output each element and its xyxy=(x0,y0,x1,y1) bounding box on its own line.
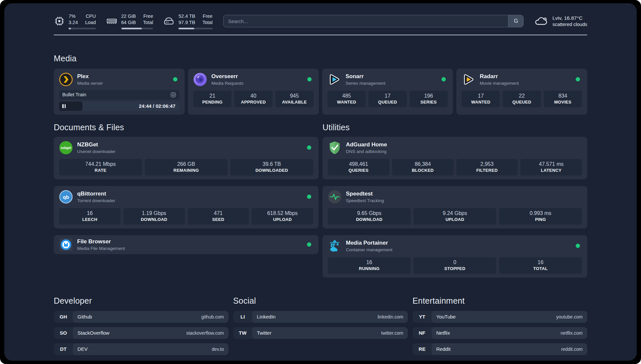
section-title-utilities: Utilities xyxy=(322,123,587,132)
stat-box: 945 AVAILABLE xyxy=(275,91,314,107)
app-name: Sonarr xyxy=(346,73,437,80)
bookmark-reddit[interactable]: RE Reddit reddit.com xyxy=(412,343,587,355)
weather-location: Lviv, 16.87°C xyxy=(552,15,587,21)
status-dot xyxy=(307,77,312,81)
bookmark-name: Netflix xyxy=(436,330,450,336)
app-name: File Browser xyxy=(77,238,303,245)
app-card-filebrowser[interactable]: File Browser Media File Management xyxy=(54,235,319,254)
app-card-plex[interactable]: Plex Media server Bullet Train 24:44 / 0… xyxy=(54,69,185,115)
bookmark-github[interactable]: GH Github github.com xyxy=(54,311,229,323)
app-subtitle: Torrent downloader xyxy=(77,198,303,203)
bookmark-netflix[interactable]: NF Netflix netflix.com xyxy=(412,327,587,339)
stat-box: 266 GB REMAINING xyxy=(145,159,228,175)
ram-icon xyxy=(106,15,118,27)
stat-box: 86,384 BLOCKED xyxy=(392,159,454,175)
stat-box: 40 APPROVED xyxy=(234,91,272,107)
status-dot xyxy=(307,195,311,199)
app-subtitle: Media File Management xyxy=(77,246,303,251)
now-playing-title: Bullet Train xyxy=(62,92,86,97)
stat-box: 1.19 Gbps DOWNLOAD xyxy=(123,208,185,225)
status-dot xyxy=(307,145,311,150)
app-subtitle: Container management xyxy=(346,247,571,252)
storage-free-label: Free xyxy=(202,13,213,19)
app-card-radarr[interactable]: Radarr Movie management 17 WANTED 22 QUE… xyxy=(456,69,587,115)
status-dot xyxy=(576,244,580,248)
disc-icon xyxy=(170,92,176,98)
bookmark-stackoverflow[interactable]: SO StackOverflow stackoverflow.com xyxy=(54,327,229,339)
stat-box: 16 RUNNING xyxy=(328,257,411,274)
bookmark-url: twitter.com xyxy=(381,330,403,336)
sonarr-icon xyxy=(327,73,341,86)
dashboard-panel: 7% 3.24 CPU Load xyxy=(4,3,637,361)
now-playing: Bullet Train xyxy=(59,90,179,100)
app-name: qBittorrent xyxy=(77,191,303,197)
cpu-icon xyxy=(54,15,65,27)
cpu-usage-value: 7% xyxy=(69,13,78,19)
bookmark-dev[interactable]: DT DEV dev.to xyxy=(54,343,229,355)
bookmark-name: LinkedIn xyxy=(257,314,276,319)
stat-box: 9.24 Gbps UPLOAD xyxy=(413,208,497,225)
speedtest-icon xyxy=(328,190,342,204)
header-divider xyxy=(54,35,587,35)
memory-free-label: Free xyxy=(143,13,153,19)
bookmark-abbr: NF xyxy=(412,327,432,339)
player-progress[interactable]: 24:44 / 02:06:47 xyxy=(59,102,179,111)
storage-total-value: 97.9 TB xyxy=(178,19,195,26)
app-card-speedtest[interactable]: Speedtest Speedtest Tracking 9.65 Gbps D… xyxy=(322,186,587,228)
cloud-icon xyxy=(534,15,548,27)
bookmark-linkedin[interactable]: LI LinkedIn linkedin.com xyxy=(233,311,408,323)
cpu-label: CPU xyxy=(85,13,96,19)
cpu-metric: 7% 3.24 CPU Load xyxy=(54,13,96,29)
bookmark-abbr: YT xyxy=(412,311,432,323)
bookmark-name: DEV xyxy=(77,346,88,352)
stat-box: 2,953 FILTERED xyxy=(456,159,518,175)
status-dot xyxy=(442,77,446,81)
memory-total-label: Total xyxy=(143,19,153,26)
stat-box: 196 SERIES xyxy=(410,91,448,107)
bookmark-url: linkedin.com xyxy=(378,314,403,319)
bookmark-twitter[interactable]: TW Twitter twitter.com xyxy=(233,327,408,339)
app-name: Overseerr xyxy=(211,73,303,80)
bookmark-name: Reddit xyxy=(436,346,450,352)
storage-total-label: Total xyxy=(202,19,213,26)
stat-box: 17 WANTED xyxy=(462,91,500,107)
status-dot xyxy=(307,242,311,247)
pause-icon[interactable] xyxy=(62,104,66,108)
stat-box: 16 LEECH xyxy=(59,208,121,225)
bookmark-url: netflix.com xyxy=(561,330,583,336)
load-label: Load xyxy=(85,19,96,26)
app-card-adguard[interactable]: AdGuard Home DNS and adblocking 498,461 … xyxy=(322,137,587,179)
disk-icon xyxy=(163,15,175,27)
overseerr-icon xyxy=(193,73,207,86)
section-title-social: Social xyxy=(233,296,408,306)
adguard-icon xyxy=(328,141,342,155)
app-card-nzbget[interactable]: nzbget NZBGet Usenet downloader 744.21 M… xyxy=(54,137,319,179)
section-title-documents: Documents & Files xyxy=(54,123,319,132)
stat-box: 0 STOPPED xyxy=(413,257,497,274)
app-card-overseerr[interactable]: Overseerr Media Requests 21 PENDING 40 A… xyxy=(188,69,319,115)
app-card-sonarr[interactable]: Sonarr Series management 485 WANTED 17 Q… xyxy=(322,69,453,115)
app-subtitle: Series management xyxy=(346,81,437,86)
bookmark-youtube[interactable]: YT YouTube youtube.com xyxy=(412,311,587,323)
app-card-qbittorrent[interactable]: qb qBittorrent Torrent downloader 16 LEE… xyxy=(54,186,319,228)
bookmark-name: Github xyxy=(77,314,92,319)
app-subtitle: Movie management xyxy=(480,81,571,86)
filebrowser-icon xyxy=(59,238,73,252)
app-subtitle: Media Requests xyxy=(211,81,303,86)
app-card-portainer[interactable]: Media Portainer Container management 16 … xyxy=(322,235,587,278)
search-engine-button[interactable]: G xyxy=(508,15,523,27)
bookmark-abbr: LI xyxy=(233,311,252,323)
bookmark-name: StackOverflow xyxy=(77,330,109,336)
weather-widget: Lviv, 16.87°C scattered clouds xyxy=(534,15,587,27)
bookmark-abbr: RE xyxy=(412,343,432,355)
stat-box: 16 TOTAL xyxy=(499,257,582,274)
media-grid: Plex Media server Bullet Train 24:44 / 0… xyxy=(54,69,587,115)
plex-icon xyxy=(59,73,73,86)
memory-progress-bar xyxy=(121,28,153,29)
weather-condition: scattered clouds xyxy=(552,22,587,27)
bookmark-abbr: SO xyxy=(54,327,73,339)
memory-metric: 22 GiB 64 GiB Free Total xyxy=(106,13,153,29)
svg-text:qb: qb xyxy=(63,194,69,200)
search-input[interactable] xyxy=(224,15,508,27)
topbar: 7% 3.24 CPU Load xyxy=(54,13,587,29)
